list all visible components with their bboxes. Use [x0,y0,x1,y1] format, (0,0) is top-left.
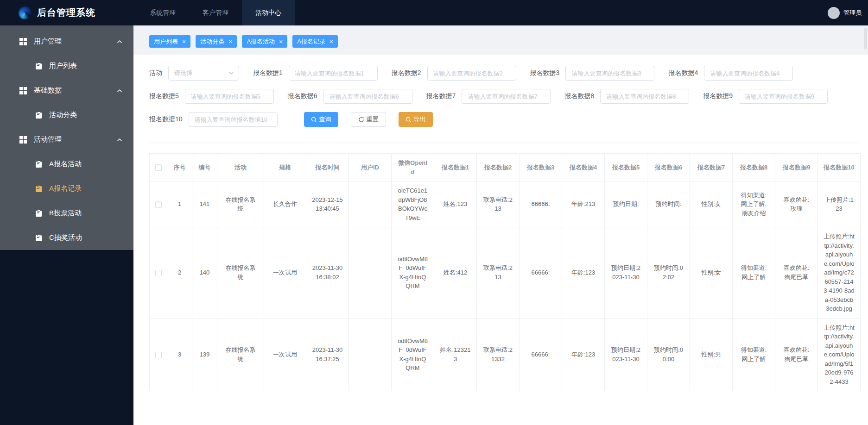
top-user[interactable]: 管理员 [828,7,868,19]
table-cell: oleTC61e1dpW8FjO8BOkOYWcT9wE [392,181,434,227]
field-input-报名数据3[interactable] [565,66,654,81]
user-avatar-icon [828,7,840,19]
table-cell: 141 [192,181,217,227]
search-icon [311,117,317,123]
table-header-cell: 报名数据3 [520,154,562,181]
clipboard-icon [35,185,42,193]
sidebar: 用户管理用户列表基础数据活动分类活动管理A报名活动A报名记录B投票活动C抽奖活动 [0,25,133,425]
content: 活动请选择报名数据1报名数据2报名数据3报名数据4 报名数据5报名数据6报名数据… [133,55,868,391]
select-all-checkbox[interactable] [155,164,162,171]
menu-item-活动分类[interactable]: 活动分类 [0,103,133,127]
table-header-cell: 报名数据7 [690,154,733,181]
field-input-报名数据6[interactable] [323,89,412,104]
field-label: 报名数据3 [530,69,560,77]
table-row-2: 2140在线报名系统一次试用2023-11-30 16:38:02odtlOvw… [150,227,861,319]
clipboard-icon [35,112,42,119]
top-tab-2[interactable]: 客户管理 [189,0,242,25]
tag-label: A报名记录 [297,38,325,46]
top-tab-1[interactable]: 系统管理 [136,0,189,25]
tag-用户列表[interactable]: 用户列表× [149,35,190,48]
top-tabs: 系统管理客户管理活动中心 [136,0,295,25]
app-title: 后台管理系统 [37,6,95,19]
checkbox-cell [150,318,167,391]
tag-close-icon[interactable]: × [228,38,232,45]
activity-select[interactable]: 请选择 [168,66,239,81]
table-header-cell: 规格 [264,154,306,181]
menu-group-3[interactable]: 活动管理 [0,127,133,152]
field-input-报名数据10[interactable] [189,112,278,127]
field-input-报名数据4[interactable] [704,66,793,81]
tag-close-icon[interactable]: × [182,38,186,45]
menu-item-B投票活动[interactable]: B投票活动 [0,201,133,225]
filter-field-activity: 活动请选择 [149,66,239,81]
table-cell: 年龄:213 [562,181,605,227]
field-input-报名数据2[interactable] [427,66,516,81]
table-cell: 在线报名系统 [217,227,264,319]
table-cell: 性别:男 [690,318,733,391]
filter-field-报名数据3: 报名数据3 [530,66,655,81]
table-header-cell: 报名数据9 [775,154,818,181]
menu-group-label: 基础数据 [34,86,62,95]
table-cell: 年龄:123 [562,227,605,319]
menu-item-label: 用户列表 [49,62,77,70]
table-cell: 联系电话:213 [477,227,520,319]
field-input-报名数据7[interactable] [462,89,551,104]
field-label: 报名数据2 [392,69,421,77]
menu-item-label: C抽奖活动 [49,233,82,242]
top-tab-3[interactable]: 活动中心 [242,0,295,25]
table-cell: 上传照片:http://activity.api.aiyouhe.com/Upl… [818,227,861,319]
tag-A报名活动[interactable]: A报名活动× [242,35,287,48]
table-cell: 上传照片:http://activity.api.aiyouhe.com/Upl… [818,318,861,391]
menu-item-label: B投票活动 [49,209,82,218]
clipboard-icon [35,234,42,242]
export-button[interactable]: 导出 [399,112,433,127]
menu-item-A报名活动[interactable]: A报名活动 [0,152,133,176]
tag-活动分类[interactable]: 活动分类× [196,35,237,48]
filter-field-报名数据4: 报名数据4 [668,66,793,81]
menu-item-label: A报名活动 [49,160,82,169]
clipboard-icon [35,62,42,70]
table-cell: 一次试用 [264,318,306,391]
menu-group-2[interactable]: 基础数据 [0,78,133,103]
table-wrap: 序号编号活动规格报名时间用户ID微信OpenId报名数据1报名数据2报名数据3报… [149,153,859,391]
menu-group-1[interactable]: 用户管理 [0,29,133,54]
table-header-cell: 报名时间 [306,154,349,181]
field-input-报名数据8[interactable] [600,89,689,104]
table-row-3: 3139在线报名系统一次试用2023-11-30 16:37:25odtlOvw… [150,318,861,391]
menu-item-用户列表[interactable]: 用户列表 [0,54,133,78]
table-header-cell: 编号 [192,154,217,181]
table-cell: odtlOvwM8F_0dWuIFX-g4HtnQQRM [392,318,434,391]
menu-item-A报名记录[interactable]: A报名记录 [0,176,133,201]
field-input-报名数据1[interactable] [289,66,378,81]
field-label: 报名数据9 [703,92,733,100]
table-header-cell: 报名数据4 [562,154,605,181]
filter-field-报名数据1: 报名数据1 [253,66,378,81]
field-input-报名数据9[interactable] [739,89,828,104]
field-input-报名数据5[interactable] [185,89,274,104]
row-checkbox[interactable] [155,270,162,276]
table-cell: 139 [192,318,217,391]
row-checkbox[interactable] [155,201,162,208]
row-checkbox[interactable] [155,352,162,358]
table-cell: 得知渠道:网上了解 [733,318,775,391]
vertical-scrollbar[interactable] [864,28,867,49]
grid-icon [19,87,27,94]
field-label: 报名数据6 [288,92,317,100]
tag-label: 活动分类 [200,38,224,46]
table-cell: 在线报名系统 [217,181,264,227]
table-header-cell: 活动 [217,154,264,181]
menu-group-label: 活动管理 [34,135,62,144]
user-name: 管理员 [843,9,862,17]
table-cell: 喜欢的花:狗尾巴草 [775,227,818,319]
table-header-cell: 报名数据8 [733,154,775,181]
tag-close-icon[interactable]: × [329,38,333,45]
table-cell: 2023-12-15 13:40:45 [306,181,349,227]
table-cell: 姓名:123213 [434,318,477,391]
reset-button[interactable]: 重置 [351,112,386,127]
tag-close-icon[interactable]: × [279,38,283,45]
filter-field-报名数据10: 报名数据10 [149,112,278,127]
tag-A报名记录[interactable]: A报名记录× [292,35,338,48]
menu-item-C抽奖活动[interactable]: C抽奖活动 [0,225,133,250]
search-button[interactable]: 查询 [304,112,338,127]
table-cell: 联系电话:21332 [477,318,520,391]
